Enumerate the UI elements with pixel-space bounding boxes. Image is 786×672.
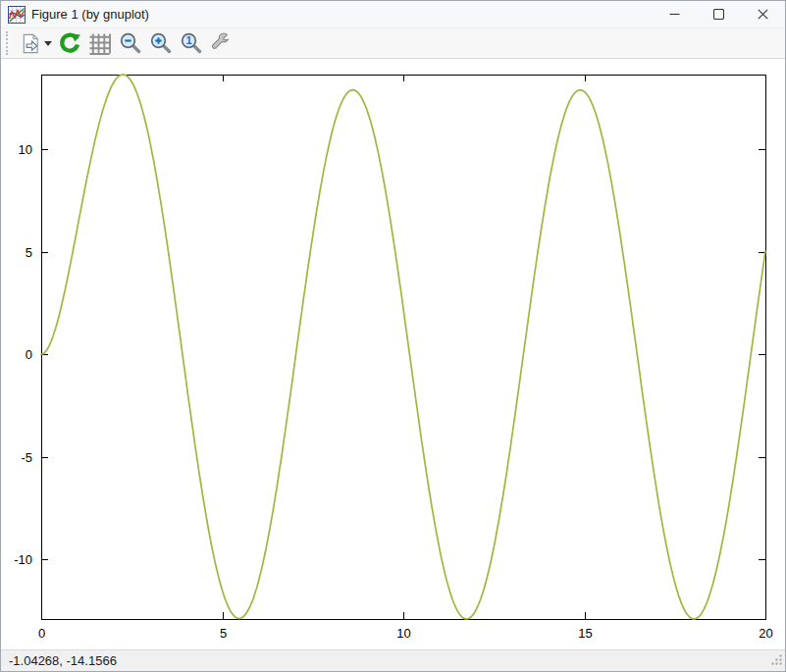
maximize-icon xyxy=(713,9,724,20)
settings-button[interactable] xyxy=(206,29,236,58)
close-icon xyxy=(758,9,768,20)
window-controls xyxy=(653,1,785,27)
resize-grip-icon[interactable] xyxy=(770,653,783,669)
zoom-reset-button[interactable]: 1 xyxy=(176,29,206,58)
export-page-arrow-icon xyxy=(20,32,42,55)
gnuplot-figure-icon xyxy=(8,6,26,24)
grid-button[interactable] xyxy=(84,29,115,58)
window-title: Figure 1 (by gnuplot) xyxy=(31,7,653,22)
svg-text:20: 20 xyxy=(759,626,772,641)
gnuplot-window: Figure 1 (by gnuplot) xyxy=(0,0,786,672)
cursor-coordinates: -1.04268, -14.1566 xyxy=(9,653,117,668)
zoom-in-button[interactable] xyxy=(145,29,176,58)
statusbar: -1.04268, -14.1566 xyxy=(1,649,785,671)
plot-canvas[interactable]: 05101520-10-50510 xyxy=(1,59,785,649)
svg-text:10: 10 xyxy=(19,142,32,157)
svg-text:10: 10 xyxy=(396,626,410,641)
grid-icon xyxy=(88,32,111,55)
export-button[interactable] xyxy=(18,29,54,58)
svg-text:15: 15 xyxy=(578,626,592,641)
replot-button[interactable] xyxy=(54,29,84,58)
plot-svg[interactable]: 05101520-10-50510 xyxy=(1,59,785,649)
toolbar-gripper[interactable] xyxy=(6,31,12,55)
svg-text:0: 0 xyxy=(26,347,32,362)
magnifier-minus-icon xyxy=(119,31,142,55)
toolbar: 1 xyxy=(1,27,785,59)
svg-text:5: 5 xyxy=(220,626,227,641)
svg-text:1: 1 xyxy=(185,34,191,46)
svg-text:5: 5 xyxy=(26,245,32,260)
magnifier-plus-icon xyxy=(149,31,173,55)
titlebar: Figure 1 (by gnuplot) xyxy=(1,1,785,27)
magnifier-one-icon: 1 xyxy=(180,31,203,55)
svg-text:0: 0 xyxy=(38,626,45,641)
close-button[interactable] xyxy=(741,1,785,27)
maximize-button[interactable] xyxy=(697,1,741,27)
minimize-button[interactable] xyxy=(653,1,697,27)
svg-text:-5: -5 xyxy=(21,450,32,465)
wrench-icon xyxy=(210,31,234,55)
zoom-out-button[interactable] xyxy=(115,29,145,58)
refresh-icon xyxy=(58,31,81,55)
export-dropdown-caret-icon[interactable] xyxy=(44,41,52,46)
svg-text:-10: -10 xyxy=(14,552,32,567)
minimize-icon xyxy=(669,9,680,20)
